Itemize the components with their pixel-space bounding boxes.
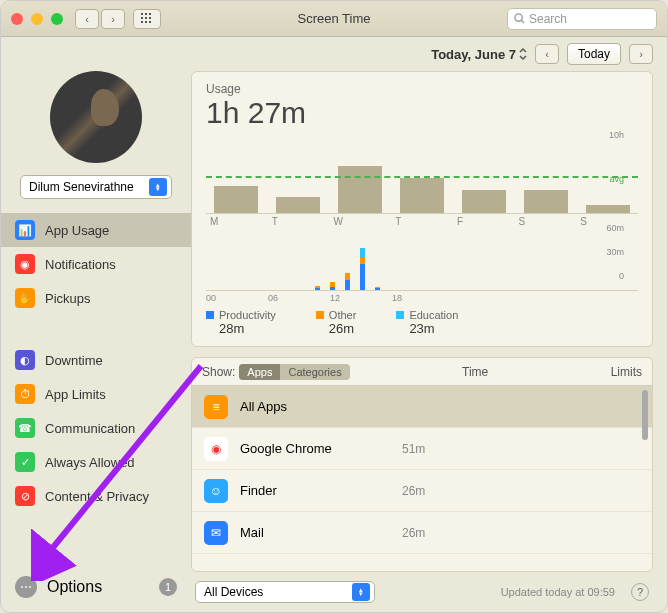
swatch (206, 311, 214, 319)
titlebar: ‹ › Screen Time Search (1, 1, 667, 37)
prev-day-button[interactable]: ‹ (535, 44, 559, 64)
options-button[interactable]: ⋯ Options 1 (1, 562, 191, 612)
usage-panel: Usage 1h 27m 10h avg MTWTFSS 60m 30m 0 0… (191, 71, 653, 347)
bar[interactable] (462, 190, 506, 213)
table-row[interactable]: ✉Mail26m (192, 512, 652, 554)
user-select[interactable]: Dilum Senevirathne ▴▾ (20, 175, 172, 199)
svg-rect-4 (145, 17, 147, 19)
legend-name: Productivity (219, 309, 276, 321)
table-row[interactable]: ≡All Apps (192, 386, 652, 428)
x-label: W (329, 216, 391, 227)
updated-label: Updated today at 09:59 (501, 586, 615, 598)
bar[interactable] (214, 186, 258, 213)
legend-name: Other (329, 309, 357, 321)
search-input[interactable]: Search (507, 8, 657, 30)
all-prefs-button[interactable] (133, 9, 161, 29)
date-selector[interactable]: Today, June 7 (431, 47, 527, 62)
bar[interactable] (276, 197, 320, 213)
x-label: 12 (330, 293, 340, 303)
options-label: Options (47, 578, 102, 596)
bar[interactable] (338, 166, 382, 213)
app-time: 26m (402, 526, 425, 540)
x-label: 18 (392, 293, 402, 303)
sidebar-item-pickups[interactable]: ✋Pickups (1, 281, 191, 315)
sidebar-item-label: Pickups (45, 291, 91, 306)
window-title: Screen Time (161, 11, 507, 26)
table-row[interactable]: ☺Finder26m (192, 470, 652, 512)
sidebar-item-downtime[interactable]: ◐Downtime (1, 343, 191, 377)
avatar[interactable] (50, 71, 142, 163)
sub-toolbar: Today, June 7 ‹ Today › (1, 37, 667, 71)
svg-rect-2 (149, 13, 151, 15)
avg-label: avg (609, 174, 624, 184)
next-day-button[interactable]: › (629, 44, 653, 64)
sidebar-item-label: Always Allowed (45, 455, 135, 470)
sidebar-item-app-usage[interactable]: 📊App Usage (1, 213, 191, 247)
sidebar-item-label: Notifications (45, 257, 116, 272)
user-name: Dilum Senevirathne (29, 180, 134, 194)
svg-rect-0 (141, 13, 143, 15)
x-label: T (391, 216, 453, 227)
window-controls (11, 13, 63, 25)
sidebar-item-content-privacy[interactable]: ⊘Content & Privacy (1, 479, 191, 513)
minibar[interactable] (330, 282, 335, 290)
table-header: Show: Apps Categories Time Limits (192, 358, 652, 386)
app-limits-icon: ⏱ (15, 384, 35, 404)
minibar[interactable] (345, 273, 350, 290)
always-allowed-icon: ✓ (15, 452, 35, 472)
y-axis-label: 0 (619, 271, 624, 281)
svg-rect-3 (141, 17, 143, 19)
minibar[interactable] (360, 248, 365, 290)
usage-value: 1h 27m (206, 96, 638, 130)
legend-item: Other26m (316, 309, 357, 336)
hourly-chart[interactable] (206, 237, 638, 291)
forward-button[interactable]: › (101, 9, 125, 29)
sidebar-item-label: App Limits (45, 387, 106, 402)
options-badge: 1 (159, 578, 177, 596)
search-placeholder: Search (529, 12, 567, 26)
device-select[interactable]: All Devices ▴▾ (195, 581, 375, 603)
x-label: F (453, 216, 515, 227)
col-limits: Limits (562, 365, 642, 379)
legend-item: Education23m (396, 309, 458, 336)
zoom-window[interactable] (51, 13, 63, 25)
usage-label: Usage (206, 82, 638, 96)
weekly-chart[interactable] (206, 134, 638, 214)
view-segmented[interactable]: Apps Categories (239, 364, 349, 380)
bar[interactable] (400, 178, 444, 213)
svg-point-9 (515, 14, 522, 21)
communication-icon: ☎ (15, 418, 35, 438)
notifications-icon: ◉ (15, 254, 35, 274)
swatch (396, 311, 404, 319)
sidebar-item-always-allowed[interactable]: ✓Always Allowed (1, 445, 191, 479)
scrollbar-thumb[interactable] (642, 390, 648, 440)
svg-rect-8 (149, 21, 151, 23)
back-button[interactable]: ‹ (75, 9, 99, 29)
updown-icon: ▴▾ (352, 583, 370, 601)
seg-categories[interactable]: Categories (280, 364, 349, 380)
bar[interactable] (586, 205, 630, 213)
help-button[interactable]: ? (631, 583, 649, 601)
device-label: All Devices (204, 585, 263, 599)
today-button[interactable]: Today (567, 43, 621, 65)
options-icon: ⋯ (15, 576, 37, 598)
avg-line (206, 176, 638, 178)
sidebar-item-notifications[interactable]: ◉Notifications (1, 247, 191, 281)
legend-value: 28m (219, 321, 276, 336)
sidebar-item-label: Content & Privacy (45, 489, 149, 504)
seg-apps[interactable]: Apps (239, 364, 280, 380)
sidebar-item-label: App Usage (45, 223, 109, 238)
downtime-icon: ◐ (15, 350, 35, 370)
close-window[interactable] (11, 13, 23, 25)
sidebar-item-app-limits[interactable]: ⏱App Limits (1, 377, 191, 411)
svg-line-10 (521, 20, 524, 23)
sidebar-item-communication[interactable]: ☎Communication (1, 411, 191, 445)
bar[interactable] (524, 190, 568, 213)
svg-rect-1 (145, 13, 147, 15)
x-label: T (268, 216, 330, 227)
app-name: Google Chrome (240, 441, 390, 456)
table-row[interactable]: ◉Google Chrome51m (192, 428, 652, 470)
minimize-window[interactable] (31, 13, 43, 25)
minibar[interactable] (375, 287, 380, 290)
minibar[interactable] (315, 286, 320, 290)
